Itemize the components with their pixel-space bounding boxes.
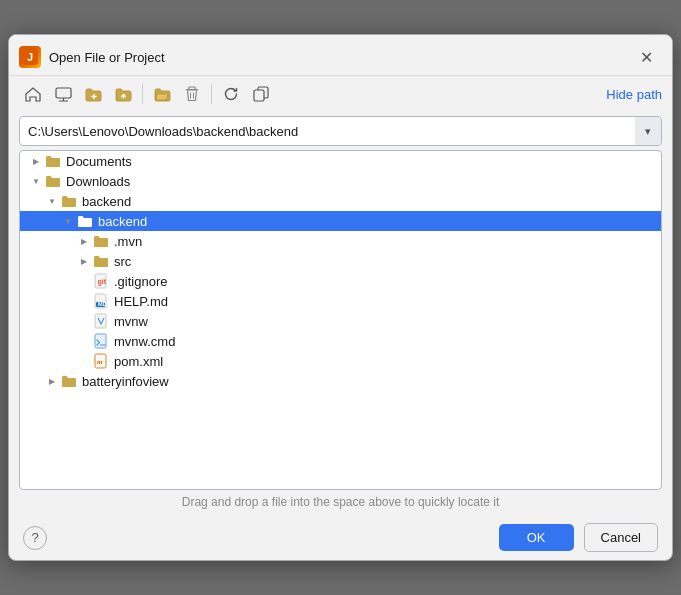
tree-item-help-md[interactable]: MD HELP.md — [20, 291, 661, 311]
new-folder-button[interactable] — [79, 80, 107, 108]
expander-backend-inner — [60, 213, 76, 229]
svg-rect-5 — [254, 90, 264, 101]
tree-item-gitignore[interactable]: git .gitignore — [20, 271, 661, 291]
tree-item-mvnw[interactable]: mvnw — [20, 311, 661, 331]
refresh-button[interactable] — [217, 80, 245, 108]
svg-rect-2 — [56, 88, 71, 98]
svg-rect-12 — [95, 334, 106, 348]
tree-label-documents: Documents — [66, 154, 132, 169]
dialog-title: Open File or Project — [49, 50, 626, 65]
file-icon-pom-xml: m — [92, 353, 110, 369]
tree-label-src: src — [114, 254, 131, 269]
footer: ? OK Cancel — [9, 515, 672, 560]
toolbar-separator-1 — [142, 84, 143, 104]
open-file-dialog: J Open File or Project ✕ — [8, 34, 673, 561]
tree-label-batteryinfoview: batteryinfoview — [82, 374, 169, 389]
tree-item-documents[interactable]: Documents — [20, 151, 661, 171]
file-icon-mvnw-cmd — [92, 333, 110, 349]
ok-button[interactable]: OK — [499, 524, 574, 551]
tree-item-pom-xml[interactable]: m pom.xml — [20, 351, 661, 371]
folder-icon-documents — [44, 154, 62, 168]
svg-text:git: git — [98, 278, 107, 286]
tree-item-mvn[interactable]: .mvn — [20, 231, 661, 251]
folder-icon-src — [92, 254, 110, 268]
tree-label-help-md: HELP.md — [114, 294, 168, 309]
expander-batteryinfoview — [44, 373, 60, 389]
expander-backend-outer — [44, 193, 60, 209]
folder-icon-downloads — [44, 174, 62, 188]
tree-label-backend-inner: backend — [98, 214, 147, 229]
expander-pom-xml — [76, 353, 92, 369]
expander-gitignore — [76, 273, 92, 289]
tree-label-backend-outer: backend — [82, 194, 131, 209]
expander-mvnw-cmd — [76, 333, 92, 349]
home-button[interactable] — [19, 80, 47, 108]
tree-item-src[interactable]: src — [20, 251, 661, 271]
hide-path-button[interactable]: Hide path — [606, 87, 662, 102]
delete-button[interactable] — [178, 80, 206, 108]
tree-label-mvn: .mvn — [114, 234, 142, 249]
folder-icon-mvn — [92, 234, 110, 248]
folder-icon-batteryinfoview — [60, 374, 78, 388]
help-button[interactable]: ? — [23, 526, 47, 550]
svg-text:m: m — [97, 358, 103, 366]
svg-text:J: J — [27, 51, 33, 63]
expander-downloads — [28, 173, 44, 189]
svg-rect-3 — [186, 89, 198, 91]
title-bar: J Open File or Project ✕ — [9, 35, 672, 76]
tree-label-gitignore: .gitignore — [114, 274, 167, 289]
expander-src — [76, 253, 92, 269]
file-tree[interactable]: Documents Downloads backend backend — [19, 150, 662, 490]
tree-label-mvnw: mvnw — [114, 314, 148, 329]
folder-icon-backend-inner — [76, 214, 94, 228]
app-icon: J — [19, 46, 41, 68]
folder-icon-backend-outer — [60, 194, 78, 208]
toolbar-separator-2 — [211, 84, 212, 104]
path-bar: ▾ — [19, 116, 662, 146]
cancel-button[interactable]: Cancel — [584, 523, 658, 552]
computer-button[interactable] — [49, 80, 77, 108]
tree-label-pom-xml: pom.xml — [114, 354, 163, 369]
svg-text:MD: MD — [98, 301, 107, 307]
tree-item-downloads[interactable]: Downloads — [20, 171, 661, 191]
expander-mvnw — [76, 313, 92, 329]
tree-item-mvnw-cmd[interactable]: mvnw.cmd — [20, 331, 661, 351]
tree-item-batteryinfoview[interactable]: batteryinfoview — [20, 371, 661, 391]
path-input[interactable] — [20, 119, 635, 144]
expander-documents — [28, 153, 44, 169]
svg-rect-11 — [95, 314, 106, 328]
path-dropdown-button[interactable]: ▾ — [635, 117, 661, 145]
file-icon-gitignore: git — [92, 273, 110, 289]
drag-hint-text: Drag and drop a file into the space abov… — [182, 495, 500, 509]
expander-mvn — [76, 233, 92, 249]
tree-label-mvnw-cmd: mvnw.cmd — [114, 334, 175, 349]
tree-item-backend-inner[interactable]: backend — [20, 211, 661, 231]
folder-open-button[interactable] — [148, 80, 176, 108]
drag-hint: Drag and drop a file into the space abov… — [9, 490, 672, 515]
expander-help-md — [76, 293, 92, 309]
tree-item-backend-outer[interactable]: backend — [20, 191, 661, 211]
folder-up-button[interactable] — [109, 80, 137, 108]
toolbar: Hide path — [9, 76, 672, 112]
tree-label-downloads: Downloads — [66, 174, 130, 189]
copy-button[interactable] — [247, 80, 275, 108]
file-icon-mvnw — [92, 313, 110, 329]
file-icon-help-md: MD — [92, 293, 110, 309]
close-button[interactable]: ✕ — [634, 45, 658, 69]
